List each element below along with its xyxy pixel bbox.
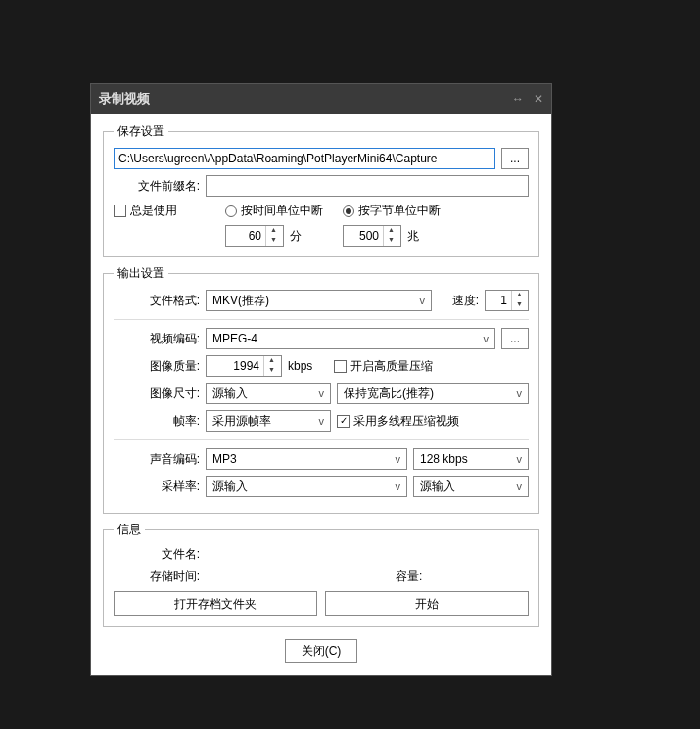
spin-down-icon[interactable]: ▼	[264, 366, 279, 376]
close-button[interactable]: 关闭(C)	[285, 639, 358, 663]
multithread-checkbox[interactable]: ✓ 采用多线程压缩视频	[337, 413, 459, 430]
fps-select[interactable]: 采用源帧率v	[206, 410, 331, 432]
minutes-unit: 分	[290, 228, 302, 245]
mb-unit: 兆	[407, 228, 419, 245]
audio-codec-select[interactable]: MP3v	[206, 448, 407, 470]
always-use-label: 总是使用	[130, 203, 177, 219]
minutes-spinner[interactable]: ▲▼	[225, 225, 284, 247]
output-settings-group: 输出设置 文件格式: MKV(推荐)v 速度: ▲▼ 视频编码: MPEG-4v…	[103, 265, 539, 514]
output-settings-legend: 输出设置	[114, 265, 168, 282]
dialog-body: 保存设置 ... 文件前缀名: 总是使用 按时间单位中断	[91, 114, 551, 675]
browse-button[interactable]: ...	[501, 148, 529, 169]
capacity-label: 容量:	[396, 569, 422, 585]
hq-compress-checkbox[interactable]: 开启高质量压缩	[334, 358, 433, 375]
image-quality-spinner[interactable]: ▲▼	[206, 355, 282, 377]
filename-label: 文件名:	[114, 546, 200, 563]
spin-down-icon[interactable]: ▼	[512, 300, 527, 310]
audio-codec-label: 声音编码:	[114, 451, 200, 468]
speed-label: 速度:	[438, 293, 479, 309]
sample-rate-select[interactable]: 源输入v	[206, 476, 407, 497]
file-prefix-input[interactable]	[206, 175, 529, 197]
multithread-label: 采用多线程压缩视频	[353, 413, 459, 430]
pin-icon[interactable]: ↔	[512, 92, 524, 106]
open-folder-button[interactable]: 打开存档文件夹	[114, 591, 317, 616]
titlebar: 录制视频 ↔ ✕	[91, 84, 551, 114]
close-icon[interactable]: ✕	[534, 92, 543, 106]
duration-label: 存储时间:	[114, 569, 200, 585]
save-path-input[interactable]	[114, 148, 495, 169]
channels-select[interactable]: 源输入v	[413, 476, 529, 497]
save-settings-legend: 保存设置	[114, 123, 168, 140]
video-codec-label: 视频编码:	[114, 331, 200, 347]
spin-up-icon[interactable]: ▲	[384, 226, 398, 236]
speed-spinner[interactable]: ▲▼	[485, 290, 529, 311]
break-by-time-label: 按时间单位中断	[241, 203, 323, 219]
spin-down-icon[interactable]: ▼	[384, 236, 398, 246]
image-quality-label: 图像质量:	[114, 358, 200, 375]
save-settings-group: 保存设置 ... 文件前缀名: 总是使用 按时间单位中断	[103, 123, 539, 257]
fps-label: 帧率:	[114, 413, 200, 430]
aspect-select[interactable]: 保持宽高比(推荐)v	[337, 383, 529, 404]
audio-bitrate-select[interactable]: 128 kbpsv	[413, 448, 529, 470]
break-by-bytes-radio[interactable]: 按字节单位中断	[343, 203, 441, 219]
spin-up-icon[interactable]: ▲	[266, 226, 281, 236]
image-size-label: 图像尺寸:	[114, 386, 200, 402]
file-prefix-label: 文件前缀名:	[114, 178, 200, 195]
file-format-label: 文件格式:	[114, 293, 200, 309]
info-group: 信息 文件名: 存储时间: 容量: 打开存档文件夹 开始	[103, 522, 539, 627]
info-legend: 信息	[114, 522, 145, 538]
window-title: 录制视频	[99, 90, 150, 108]
mb-spinner[interactable]: ▲▼	[343, 225, 401, 247]
spin-up-icon[interactable]: ▲	[512, 291, 527, 300]
sample-rate-label: 采样率:	[114, 478, 200, 495]
always-use-checkbox[interactable]: 总是使用	[114, 203, 206, 219]
codec-options-button[interactable]: ...	[501, 328, 529, 349]
spin-up-icon[interactable]: ▲	[264, 356, 279, 366]
image-size-select[interactable]: 源输入v	[206, 383, 331, 404]
break-by-bytes-label: 按字节单位中断	[358, 203, 441, 219]
record-video-window: 录制视频 ↔ ✕ 保存设置 ... 文件前缀名: 总是使用	[90, 83, 552, 676]
kbps-unit: kbps	[288, 359, 312, 373]
hq-compress-label: 开启高质量压缩	[350, 358, 433, 375]
video-codec-select[interactable]: MPEG-4v	[206, 328, 495, 349]
titlebar-controls: ↔ ✕	[512, 92, 543, 106]
spin-down-icon[interactable]: ▼	[266, 236, 281, 246]
break-by-time-radio[interactable]: 按时间单位中断	[225, 203, 323, 219]
file-format-select[interactable]: MKV(推荐)v	[206, 290, 432, 311]
start-button[interactable]: 开始	[325, 591, 529, 616]
